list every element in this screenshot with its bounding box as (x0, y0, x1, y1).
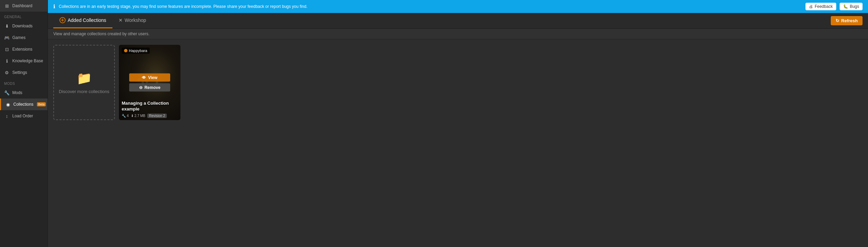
sidebar-item-knowledge-base[interactable]: ℹ Knowledge Base (0, 55, 48, 67)
sidebar-section-general: General (0, 12, 48, 20)
games-icon: 🎮 (4, 35, 10, 40)
info-icon: ℹ (53, 3, 55, 10)
sidebar-section-mods: Mods (0, 78, 48, 87)
card-view-button[interactable]: 👁 View (129, 74, 170, 82)
sidebar-item-label: Downloads (12, 24, 32, 28)
refresh-label: Refresh (841, 18, 858, 23)
revision-badge: Revision 2 (147, 114, 167, 118)
card-remove-button[interactable]: ⊖ Remove (129, 83, 170, 92)
sidebar-item-label: Knowledge Base (12, 58, 43, 63)
extensions-icon: ⊡ (4, 47, 10, 52)
card-meta: 🔧 4 ⬇ 2.7 MB Revision 2 (122, 114, 178, 118)
refresh-icon: ↻ (836, 18, 839, 23)
sidebar-item-dashboard[interactable]: ⊞ Dashboard (0, 0, 48, 12)
view-label: View (148, 75, 157, 80)
bugs-icon: 🐛 (843, 4, 848, 9)
card-mods-count: 🔧 4 (122, 114, 129, 118)
sidebar-item-downloads[interactable]: ⬇ Downloads (0, 20, 48, 32)
main-content: ℹ Collections are in an early testing st… (48, 0, 868, 247)
subtitle-text: View and manage collections created by o… (53, 31, 149, 36)
card-author-name: Happybara (129, 49, 147, 53)
sidebar-item-label: Games (12, 35, 26, 40)
feedback-button[interactable]: 🖨 Feedback (805, 3, 836, 10)
sidebar-item-extensions[interactable]: ⊡ Extensions (0, 43, 48, 55)
card-size: ⬇ 2.7 MB (131, 114, 146, 118)
collection-card[interactable]: ↻ Happybara 👁 View ⊖ Remove (119, 45, 180, 120)
author-avatar (124, 49, 127, 52)
sidebar-item-load-order[interactable]: ↕ Load Order (0, 110, 48, 122)
sidebar-item-settings[interactable]: ⚙ Settings (0, 67, 48, 78)
tab-workshop[interactable]: ✕ Workshop (112, 13, 152, 28)
bugs-button[interactable]: 🐛 Bugs (840, 3, 863, 10)
sidebar-item-label: Extensions (12, 47, 32, 52)
tab-plus-icon: + (59, 17, 66, 23)
tabs-bar: + Added Collections ✕ Workshop ↻ Refresh (48, 13, 868, 29)
tab-added-collections[interactable]: + Added Collections (53, 13, 112, 28)
card-author-tag: Happybara (122, 48, 150, 54)
bugs-label: Bugs (850, 4, 859, 9)
dashboard-icon: ⊞ (4, 3, 10, 9)
card-title: Managing a Collection example (122, 101, 178, 112)
sidebar-item-label: Mods (12, 90, 22, 95)
tab-workshop-icon: ✕ (119, 17, 123, 23)
size-icon: ⬇ (131, 114, 134, 118)
sidebar-item-label: Settings (12, 70, 27, 75)
feedback-icon: 🖨 (809, 4, 813, 9)
settings-icon: ⚙ (4, 70, 10, 75)
remove-label: Remove (145, 85, 161, 90)
sidebar-item-label: Dashboard (12, 3, 32, 8)
discover-card-label: Discover more collections (59, 89, 109, 94)
remove-icon: ⊖ (139, 85, 143, 90)
sidebar-item-collections[interactable]: ◉ Collections Beta (0, 99, 48, 110)
collections-icon: ◉ (5, 102, 11, 107)
sidebar-item-label: Load Order (12, 114, 33, 118)
sidebar: ⊞ Dashboard General ⬇ Downloads 🎮 Games … (0, 0, 48, 247)
collections-content: 📁 Discover more collections ↻ Happybara … (48, 39, 868, 247)
tab-added-collections-label: Added Collections (68, 17, 106, 23)
card-bottom: Managing a Collection example 🔧 4 ⬇ 2.7 … (119, 99, 180, 120)
discover-more-card[interactable]: 📁 Discover more collections (53, 45, 115, 120)
folder-plus-icon: 📁 (77, 71, 92, 86)
feedback-label: Feedback (815, 4, 833, 9)
knowledge-base-icon: ℹ (4, 58, 10, 64)
info-banner: ℹ Collections are in an early testing st… (48, 0, 868, 13)
card-actions: 👁 View ⊖ Remove (129, 74, 170, 92)
card-overlay: Happybara 👁 View ⊖ Remove Managing a Col… (119, 45, 180, 120)
load-order-icon: ↕ (4, 113, 10, 119)
tab-workshop-label: Workshop (125, 17, 146, 23)
sidebar-item-games[interactable]: 🎮 Games (0, 32, 48, 43)
mods-icon: 🔧 (122, 114, 126, 118)
sidebar-item-mods[interactable]: 🔧 Mods (0, 87, 48, 99)
sidebar-item-label: Collections (13, 102, 33, 107)
beta-badge: Beta (37, 102, 46, 106)
subtitle-bar: View and manage collections created by o… (48, 29, 868, 39)
downloads-icon: ⬇ (4, 23, 10, 29)
refresh-button[interactable]: ↻ Refresh (831, 16, 863, 25)
view-icon: 👁 (142, 75, 146, 80)
mods-icon: 🔧 (4, 90, 10, 95)
banner-text: Collections are in an early testing stag… (59, 4, 802, 9)
